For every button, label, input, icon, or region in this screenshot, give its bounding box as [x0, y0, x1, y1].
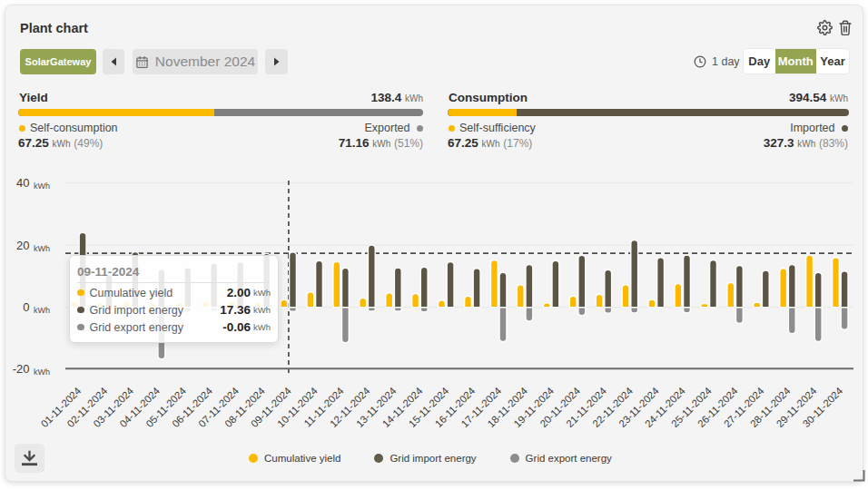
svg-text:20: 20: [16, 239, 29, 252]
svg-text:0: 0: [23, 300, 29, 314]
svg-text:kWh: kWh: [34, 244, 50, 253]
svg-text:-20: -20: [13, 362, 30, 376]
svg-text:kWh: kWh: [34, 181, 50, 191]
svg-text:40: 40: [16, 176, 29, 190]
svg-text:kWh: kWh: [34, 306, 50, 315]
svg-text:kWh: kWh: [34, 368, 50, 377]
